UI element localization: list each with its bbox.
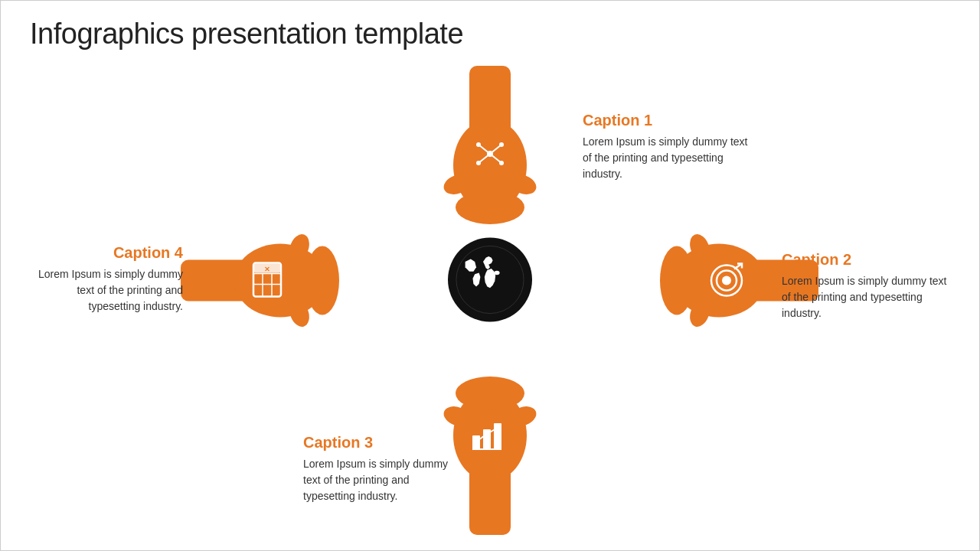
caption-2-box: Caption 2 Lorem Ipsum is simply dummy te… [782, 251, 950, 321]
caption-3-box: Caption 3 Lorem Ipsum is simply dummy te… [303, 434, 456, 504]
svg-point-46 [494, 271, 499, 275]
caption-2-text: Lorem Ipsum is simply dummy text of the … [782, 273, 950, 321]
caption-1-box: Caption 1 Lorem Ipsum is simply dummy te… [583, 112, 751, 182]
hand-top [440, 66, 540, 219]
caption-1-text: Lorem Ipsum is simply dummy text of the … [583, 134, 751, 182]
caption-1-title: Caption 1 [583, 112, 751, 129]
svg-rect-15 [469, 466, 511, 535]
svg-point-4 [456, 191, 524, 224]
caption-3-title: Caption 3 [303, 434, 456, 452]
caption-2-title: Caption 2 [782, 251, 950, 269]
slide-title: Infographics presentation template [30, 18, 463, 51]
svg-point-28 [305, 246, 339, 315]
svg-text:✕: ✕ [264, 266, 270, 273]
svg-point-43 [722, 276, 731, 285]
caption-4-title: Caption 4 [30, 244, 183, 262]
caption-4-box: Caption 4 Lorem Ipsum is simply dummy te… [30, 244, 183, 315]
svg-point-40 [660, 246, 694, 315]
slide: Infographics presentation template [0, 0, 980, 551]
svg-rect-19 [472, 435, 480, 449]
center-globe [448, 238, 532, 322]
svg-point-23 [496, 426, 500, 430]
svg-rect-1 [469, 66, 511, 135]
svg-point-18 [456, 377, 524, 410]
caption-3-text: Lorem Ipsum is simply dummy text of the … [303, 456, 456, 504]
caption-4-text: Lorem Ipsum is simply dummy text of the … [30, 266, 183, 315]
hand-left: ✕ [181, 231, 334, 331]
